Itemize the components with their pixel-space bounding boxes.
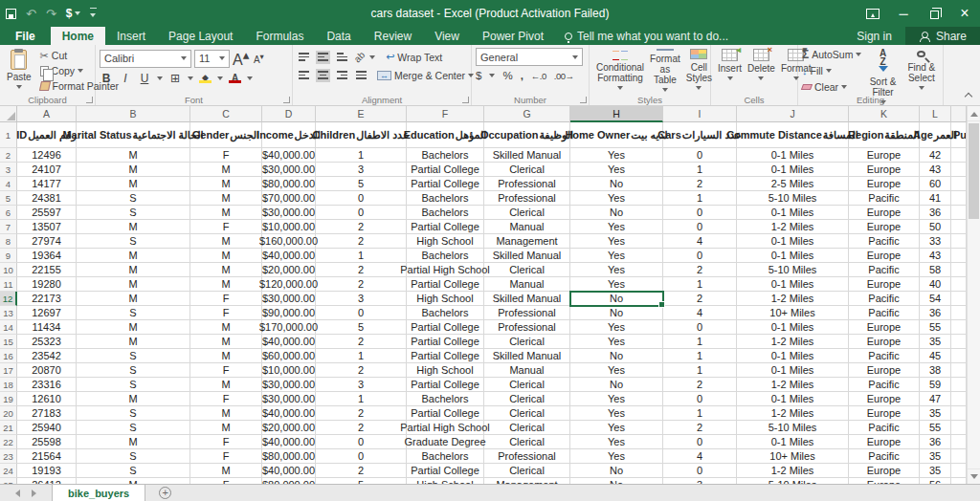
cell-F6[interactable]: Bachelors [407,206,484,220]
bold-button[interactable]: B [100,72,113,85]
close-button[interactable]: × [949,0,980,27]
cell-G5[interactable]: Professional [484,191,570,206]
next-sheet-icon[interactable] [32,490,40,497]
cell-L3[interactable]: 43 [920,163,951,177]
cell-I6[interactable]: 0 [663,206,737,220]
cell-B22[interactable]: M [77,435,190,449]
cell-B10[interactable]: M [77,263,190,277]
conditional-formatting-button[interactable]: Conditional Formatting [593,48,647,94]
column-header-B[interactable]: B [77,106,190,122]
cell-A6[interactable]: 25597 [17,206,77,220]
minimize-button[interactable]: ─ [888,0,919,27]
cell-A3[interactable]: 24107 [17,163,77,177]
cell-K12[interactable]: Pacific [849,292,920,306]
column-header-sliver[interactable] [951,106,967,122]
increase-font-button[interactable]: A▴ [233,48,249,69]
cell-A13[interactable]: 12697 [17,306,77,320]
cell-H15[interactable]: Yes [570,335,663,349]
cell-E6[interactable]: 0 [316,206,407,220]
accounting-format-button[interactable]: $ [476,70,481,81]
cell-D19[interactable]: $30,000.00 [262,392,316,406]
comma-button[interactable]: , [521,70,523,81]
borders-dropdown[interactable] [188,76,193,83]
cell-sliver-22[interactable] [951,435,967,449]
active-cell-H12[interactable]: No [570,292,663,306]
fill-button[interactable]: ↓Fill [802,64,861,78]
cell-C11[interactable]: M [190,277,262,292]
decrease-decimal-button[interactable]: .00→ [554,71,574,81]
cell-G7[interactable]: Manual [484,220,570,234]
cell-C14[interactable]: M [190,320,262,335]
cell-L7[interactable]: 50 [920,220,951,234]
cell-J15[interactable]: 1-2 Miles [737,335,849,349]
cell-C23[interactable]: F [190,449,262,464]
cell-L19[interactable]: 47 [920,392,951,406]
delete-cells-button[interactable]: × Delete [745,48,778,94]
cell-E7[interactable]: 2 [316,220,407,234]
cell-H6[interactable]: No [570,206,663,220]
cell-G24[interactable]: Clerical [484,464,570,478]
find-select-button[interactable]: Find & Select [904,48,939,94]
cell-G14[interactable]: Professional [484,320,570,335]
row-header-9[interactable]: 9 [0,249,17,263]
cell-H16[interactable]: No [570,349,663,363]
cell-C22[interactable]: F [190,435,262,449]
column-header-D[interactable]: D [262,106,316,122]
cell-K6[interactable]: Europe [849,206,920,220]
cell-sliver-19[interactable] [951,392,967,406]
cell-J9[interactable]: 0-1 Miles [737,249,849,263]
cell-G9[interactable]: Skilled Manual [484,249,570,263]
cell-B15[interactable]: M [77,335,190,349]
row-header-18[interactable]: 18 [0,378,17,392]
cell-F4[interactable]: Partial College [407,177,484,191]
middle-align-button[interactable] [316,51,330,64]
cell-I4[interactable]: 2 [663,177,737,191]
cell-H22[interactable]: Yes [570,435,663,449]
cell-sliver-7[interactable] [951,220,967,234]
row-header-14[interactable]: 14 [0,320,17,335]
tab-file[interactable]: File [0,27,51,45]
field-header-pu[interactable]: Pu [951,122,967,148]
row-header-11[interactable]: 11 [0,277,17,292]
tab-power-pivot[interactable]: Power Pivot [471,27,555,45]
cell-E5[interactable]: 0 [316,191,407,206]
cell-B18[interactable]: S [77,378,190,392]
customize-qat-button[interactable] [90,8,97,20]
row-header-19[interactable]: 19 [0,392,17,406]
cell-D23[interactable]: $80,000.00 [262,449,316,464]
cell-C4[interactable]: M [190,177,262,191]
cell-I15[interactable]: 1 [663,335,737,349]
cell-E4[interactable]: 5 [316,177,407,191]
field-header-occupation[interactable]: Occupationالوظيفة [484,122,570,148]
cell-A12[interactable]: 22173 [17,292,77,306]
top-align-button[interactable] [297,51,311,64]
cell-H10[interactable]: Yes [570,263,663,277]
cell-E21[interactable]: 2 [316,421,407,435]
cell-E11[interactable]: 2 [316,277,407,292]
cell-E22[interactable]: 0 [316,435,407,449]
italic-button[interactable]: I [119,72,132,85]
row-header-8[interactable]: 8 [0,234,17,249]
borders-button[interactable]: ⊞ [168,72,182,85]
column-header-F[interactable]: F [407,106,484,122]
cell-A23[interactable]: 21564 [17,449,77,464]
cell-B14[interactable]: M [77,320,190,335]
cell-sliver-6[interactable] [951,206,967,220]
cell-J10[interactable]: 5-10 Miles [737,263,849,277]
row-header-2[interactable]: 2 [0,148,17,163]
cell-sliver-18[interactable] [951,378,967,392]
cell-H23[interactable]: Yes [570,449,663,464]
cell-G6[interactable]: Clerical [484,206,570,220]
cell-A17[interactable]: 20870 [17,363,77,378]
cell-D3[interactable]: $30,000.00 [262,163,316,177]
cell-F7[interactable]: Partial College [407,220,484,234]
cell-J13[interactable]: 10+ Miles [737,306,849,320]
cell-D18[interactable]: $30,000.00 [262,378,316,392]
cell-C5[interactable]: M [190,191,262,206]
cell-D4[interactable]: $80,000.00 [262,177,316,191]
cell-F16[interactable]: Partial College [407,349,484,363]
cell-H24[interactable]: No [570,464,663,478]
cell-sliver-4[interactable] [951,177,967,191]
cell-F2[interactable]: Bachelors [407,148,484,163]
cell-G23[interactable]: Professional [484,449,570,464]
